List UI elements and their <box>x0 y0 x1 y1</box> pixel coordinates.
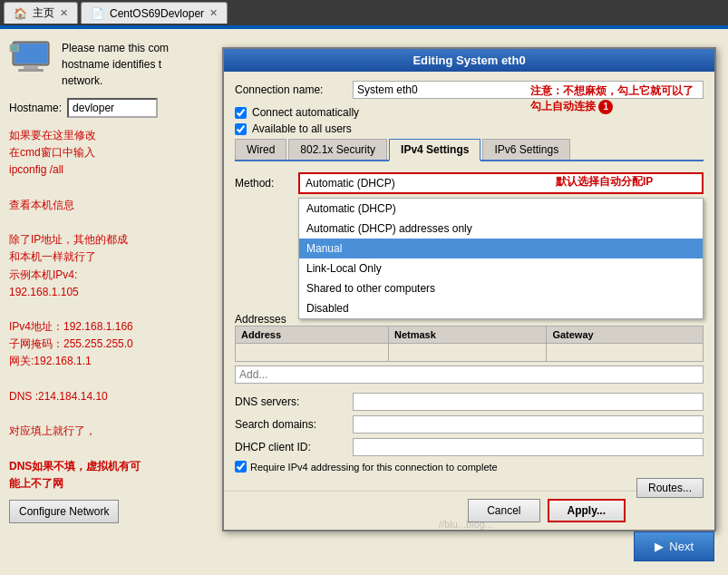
method-dropdown: Automatic (DHCP) Automatic (DHCP) addres… <box>298 198 704 319</box>
home-icon: 🏠 <box>14 7 27 20</box>
addr-cell-3 <box>547 344 704 362</box>
svg-rect-1 <box>15 44 47 63</box>
dialog-footer: Cancel Apply... <box>224 491 636 530</box>
connect-auto-row: Connect automatically <box>235 106 704 119</box>
connection-name-row: Connection name: <box>235 81 704 99</box>
tab-home[interactable]: 🏠 主页 ✕ <box>4 2 78 24</box>
left-description: Please name this com hostname identifies… <box>62 40 195 89</box>
hostname-row: Hostname: <box>9 98 195 118</box>
tab-ipv6[interactable]: IPv6 Settings <box>482 139 570 160</box>
page-icon: 📄 <box>91 7 104 20</box>
apply-button[interactable]: Apply... <box>548 499 626 522</box>
tab-bar: 🏠 主页 ✕ 📄 CentOS69Devloper ✕ <box>0 0 728 25</box>
info-text: 如果要在这里修改 在cmd窗口中输入 ipconfig /all 查看本机信息 … <box>9 127 195 492</box>
search-label: Search domains: <box>235 418 353 431</box>
next-icon: ▶ <box>655 540 664 553</box>
tab-centos-close[interactable]: ✕ <box>209 7 218 19</box>
dhcp-label: DHCP client ID: <box>235 441 353 453</box>
search-row: Search domains: <box>235 415 704 434</box>
tab-centos-label: CentOS69Devloper <box>110 7 204 20</box>
main-area: Please name this com hostname identifies… <box>0 29 728 575</box>
available-all-label: Available to all users <box>252 122 352 135</box>
computer-icon <box>9 40 53 76</box>
addr-cell-1 <box>236 344 389 362</box>
dns-row: DNS servers: <box>235 393 704 411</box>
method-label: Method: <box>235 177 298 190</box>
dropdown-item-disabled[interactable]: Disabled <box>299 298 703 318</box>
addresses-section: Addresses Address Netmask Gateway <box>235 312 704 387</box>
dropdown-item-dhcp[interactable]: Automatic (DHCP) <box>299 199 703 219</box>
dialog-tabs: Wired 802.1x Security IPv4 Settings IPv6… <box>235 139 704 161</box>
search-input[interactable] <box>353 415 704 434</box>
method-input[interactable] <box>298 172 704 194</box>
require-row: Require IPv4 addressing for this connect… <box>235 461 704 473</box>
left-top: Please name this com hostname identifies… <box>9 40 195 89</box>
tab-ipv4[interactable]: IPv4 Settings <box>389 139 480 161</box>
dropdown-item-dhcp-only[interactable]: Automatic (DHCP) addresses only <box>299 219 703 239</box>
addr-cell-2 <box>388 344 546 362</box>
hostname-input[interactable] <box>67 98 158 118</box>
dropdown-item-manual[interactable]: Manual <box>299 239 703 258</box>
require-label: Require IPv4 addressing for this connect… <box>250 462 498 473</box>
dialog-body: Connection name: Connect automatically A… <box>224 72 714 491</box>
dropdown-item-link[interactable]: Link-Local Only <box>299 258 703 278</box>
next-label: Next <box>669 540 694 553</box>
connect-auto-label: Connect automatically <box>252 106 359 119</box>
method-row: Method: Automatic (DHCP) Automatic (DHCP… <box>235 172 704 194</box>
dropdown-item-shared[interactable]: Shared to other computers <box>299 278 703 298</box>
ipv4-section: Method: Automatic (DHCP) Automatic (DHCP… <box>235 169 704 482</box>
configure-network-button[interactable]: Configure Network <box>9 500 119 523</box>
watermark: //blu...blog... <box>439 519 493 530</box>
svg-rect-5 <box>11 45 18 51</box>
editing-dialog: Editing System eth0 Connection name: Con… <box>222 47 716 531</box>
tab-wired[interactable]: Wired <box>235 139 286 160</box>
tab-home-label: 主页 <box>33 5 54 21</box>
addr-col-netmask: Netmask <box>388 326 546 344</box>
addr-col-address: Address <box>236 326 389 344</box>
left-panel: Please name this com hostname identifies… <box>0 29 204 575</box>
tab-8021x[interactable]: 802.1x Security <box>288 139 387 160</box>
routes-button[interactable]: Routes... <box>636 478 704 498</box>
addresses-header: Addresses <box>235 313 286 326</box>
svg-rect-3 <box>18 69 44 72</box>
dialog-title: Editing System eth0 <box>224 49 714 72</box>
addr-col-gateway: Gateway <box>547 326 704 344</box>
dns-label: DNS servers: <box>235 395 353 408</box>
addr-add-input[interactable] <box>235 365 704 384</box>
next-button[interactable]: ▶ Next <box>634 531 714 561</box>
hostname-label: Hostname: <box>9 102 62 114</box>
connection-name-input[interactable] <box>353 81 704 99</box>
addr-table: Address Netmask Gateway <box>235 326 704 362</box>
available-all-row: Available to all users <box>235 122 704 135</box>
available-all-checkbox[interactable] <box>235 123 247 135</box>
require-checkbox[interactable] <box>235 461 247 473</box>
tab-centos[interactable]: 📄 CentOS69Devloper ✕ <box>81 2 228 24</box>
method-select-container: Automatic (DHCP) Automatic (DHCP) addres… <box>298 172 704 194</box>
connect-auto-checkbox[interactable] <box>235 107 247 119</box>
dns-input[interactable] <box>353 393 704 411</box>
connection-name-label: Connection name: <box>235 83 353 96</box>
dhcp-input[interactable] <box>353 438 704 456</box>
tab-home-close[interactable]: ✕ <box>60 7 68 19</box>
dhcp-row: DHCP client ID: <box>235 438 704 456</box>
svg-rect-2 <box>24 65 38 69</box>
right-area: Editing System eth0 Connection name: Con… <box>204 29 728 575</box>
